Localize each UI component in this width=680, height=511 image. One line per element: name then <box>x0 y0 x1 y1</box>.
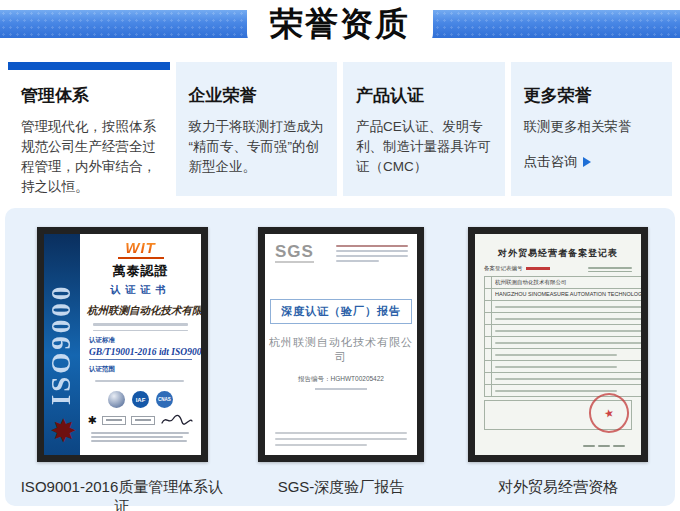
fine-print-line <box>93 330 188 332</box>
iso-cert-body: WIT 萬泰認證 认证证书 杭州联测自动化技术有限公司 认证标准 GB/T190… <box>80 234 201 442</box>
feature-tabs: 管理体系 管理现代化，按照体系规范公司生产经营全过程管理，内外审结合，持之以恒。… <box>8 62 672 196</box>
accreditation-badges: IAF CNAS <box>87 391 194 408</box>
feature-body: 联测更多相关荣誉 <box>524 117 660 137</box>
sgs-company-name: 杭州联测自动化技术有限公司 <box>265 335 417 365</box>
feature-body: 管理现代化，按照体系规范公司生产经营全过程管理，内外审结合，持之以恒。 <box>21 117 157 197</box>
iaf-logo: IAF <box>132 391 149 408</box>
feature-title: 更多荣誉 <box>524 84 660 107</box>
fine-print-line <box>93 323 188 326</box>
stamp-box <box>131 416 155 425</box>
certificate-trade-registration[interactable]: 对外贸易经营者备案登记表 备案登记表编号 杭州联测自动化技术有限公司 HANGZ… <box>468 227 648 462</box>
sgs-fine-print <box>275 428 407 446</box>
page-title: 荣誉资质 <box>270 2 410 47</box>
sgs-logo: SGS <box>275 243 314 263</box>
caption-trade: 对外贸易经营资格 <box>468 478 648 497</box>
active-tab-indicator <box>8 62 170 70</box>
feature-title: 产品认证 <box>356 84 492 107</box>
trade-company-cn: 杭州联测自动化技术有限公司 <box>495 279 648 286</box>
sgs-header: SGS <box>265 234 417 263</box>
trade-company-en: HANGZHOU SINOMEASURE AUTOMATION TECHNOLO… <box>495 291 648 298</box>
caption-iso: ISO9001-2016质量管理体系认证 <box>17 478 227 511</box>
trade-reg-row: 备案登记表编号 <box>484 265 632 272</box>
trade-form-table: 杭州联测自动化技术有限公司 HANGZHOU SINOMEASURE AUTOM… <box>484 276 648 397</box>
certificates-card: ISO9000 ✸ WIT 萬泰認證 认证证书 杭州联测自动化技术有限公司 认证… <box>5 208 675 506</box>
feature-title: 企业荣誉 <box>189 84 325 107</box>
tab-management-system[interactable]: 管理体系 管理现代化，按照体系规范公司生产经营全过程管理，内外审结合，持之以恒。 <box>8 62 170 196</box>
certifier-name: 萬泰認證 <box>87 262 194 280</box>
sgs-meta-block <box>336 243 408 263</box>
iso-cert-footer-row: ✱ <box>87 413 194 427</box>
trade-date-line <box>583 445 625 447</box>
reg-meta-lines <box>588 267 632 272</box>
sgs-date-line <box>315 388 367 390</box>
iso9000-vertical-text: ISO9000 <box>47 284 78 406</box>
wit-logo: WIT <box>125 239 156 256</box>
feature-body: 产品CE认证、发明专利、制造计量器具许可证（CMC） <box>356 117 492 177</box>
signature-scribble <box>160 413 194 427</box>
standard-code: GB/T19001-2016 idt ISO9001:2015 <box>89 347 192 360</box>
certificate-sgs[interactable]: SGS 深度认证（验厂）报告 杭州联测自动化技术有限公司 报告编号：HGHWT0… <box>258 227 424 462</box>
standard-label: 认证标准 <box>89 336 194 345</box>
tab-product-certification[interactable]: 产品认证 产品CE认证、发明专利、制造计量器具许可证（CMC） <box>343 62 505 196</box>
cnas-logo: CNAS <box>156 391 173 408</box>
sgs-report-number: 报告编号：HGHWT00205422 <box>265 375 417 384</box>
certificate-iso9001[interactable]: ISO9000 ✸ WIT 萬泰認證 认证证书 杭州联测自动化技术有限公司 认证… <box>37 227 208 462</box>
seal-star: ★ <box>603 406 615 421</box>
stamp-box <box>102 416 126 425</box>
black-star-seal: ✱ <box>87 415 96 426</box>
reg-number-red <box>526 267 550 270</box>
feature-body: 致力于将联测打造成为“精而专、专而强”的创新型企业。 <box>189 117 325 177</box>
fine-print-line <box>95 380 184 382</box>
red-starburst-seal: ✸ <box>50 415 77 447</box>
wit-logo-underline <box>118 257 164 259</box>
consult-link-label: 点击咨询 <box>524 153 578 171</box>
consult-link[interactable]: 点击咨询 <box>524 153 660 171</box>
sgs-report-title: 深度认证（验厂）报告 <box>270 299 412 324</box>
scope-label: 认证范围 <box>89 365 194 374</box>
certificate-doc-title: 认证证书 <box>87 283 194 297</box>
iso-fine-print <box>87 432 194 442</box>
tab-more-honors[interactable]: 更多荣誉 联测更多相关荣誉 点击咨询 <box>511 62 673 196</box>
header-title-tab: 荣誉资质 <box>247 0 433 49</box>
play-arrow-icon <box>583 157 591 167</box>
honors-section: 荣誉资质 管理体系 管理现代化，按照体系规范公司生产经营全过程管理，内外审结合，… <box>0 0 680 511</box>
tab-enterprise-honor[interactable]: 企业荣誉 致力于将联测打造成为“精而专、专而强”的创新型企业。 <box>176 62 338 196</box>
trade-form-title: 对外贸易经营者备案登记表 <box>484 247 632 260</box>
caption-sgs: SGS-深度验厂报告 <box>261 478 421 497</box>
trade-form: 对外贸易经营者备案登记表 备案登记表编号 杭州联测自动化技术有限公司 HANGZ… <box>475 234 641 455</box>
globe-logo <box>108 391 125 408</box>
reg-number-label: 备案登记表编号 <box>484 265 523 272</box>
feature-title: 管理体系 <box>21 84 157 107</box>
certified-company-name: 杭州联测自动化技术有限公司 <box>87 304 194 318</box>
